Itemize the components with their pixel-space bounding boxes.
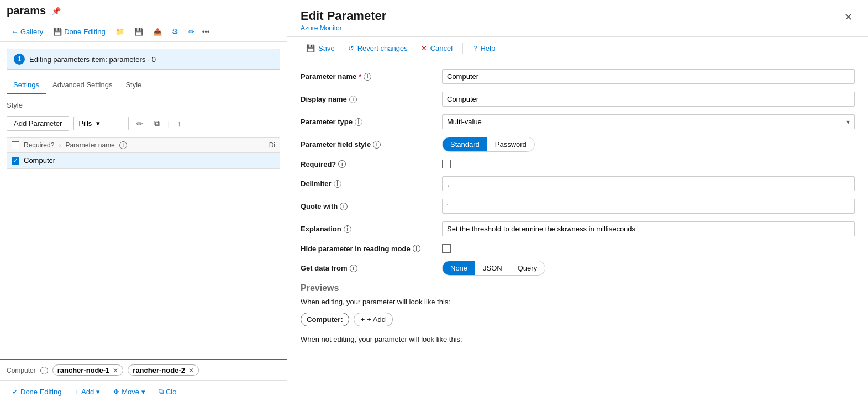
row-param-name: Computer [24,156,55,165]
panel-header: Edit Parameter Azure Monitor ✕ [287,0,868,37]
toolbar-separator [462,43,463,54]
style-select-dropdown[interactable]: Pills ▾ [73,117,129,130]
add-param-style-row: Add Parameter Pills ▾ ✏ ⧉ | ↑ [7,116,280,131]
preview-computer-label: Computer: [301,313,349,326]
required-info-icon[interactable]: i [338,160,346,168]
add-parameter-button[interactable]: Add Parameter [7,116,69,131]
param-type-row: Parameter type i Multi-value ▾ [301,114,855,129]
get-data-row: Get data from i None JSON Query [301,261,855,276]
table-row[interactable]: ✓ Computer [7,153,280,168]
pill-2-text: rancher-node-2 [133,366,185,374]
not-editing-preview-label: When not editing, your parameter will lo… [301,335,855,343]
hide-param-checkbox[interactable] [442,244,451,253]
json-toggle-button[interactable]: JSON [475,261,510,275]
get-data-label: Get data from i [301,264,433,272]
display-name-info-icon[interactable]: i [349,96,357,103]
tab-advanced-settings[interactable]: Advanced Settings [46,76,119,94]
save-toolbar-icon: 💾 [306,44,315,52]
editing-banner: 1 Editing parameters item: parameters - … [7,49,280,70]
pill-1-close-button[interactable]: ✕ [113,367,118,374]
field-style-label: Parameter field style i [301,140,433,149]
preview-add-button[interactable]: + + Add [354,313,393,326]
computer-info-icon[interactable]: i [40,367,48,374]
help-icon: ? [473,44,477,52]
export-button[interactable]: 📤 [149,25,166,38]
hide-param-info-icon[interactable]: i [413,245,420,252]
copy-icon-btn[interactable]: ⧉ [151,117,163,130]
bottom-bar: Computer i rancher-node-1 ✕ rancher-node… [0,359,287,402]
computer-pill-label: Computer [7,367,36,374]
right-panel: Edit Parameter Azure Monitor ✕ 💾 Save ↺ … [287,0,868,402]
cancel-button[interactable]: ✕ Cancel [415,41,458,55]
param-type-dropdown[interactable]: Multi-value ▾ [442,114,855,129]
param-type-chevron-icon: ▾ [846,118,850,126]
delimiter-info-icon[interactable]: i [334,180,341,188]
panel-title: Edit Parameter [301,9,386,23]
hide-param-label: Hide parameter in reading mode i [301,245,433,253]
get-data-info-icon[interactable]: i [350,265,357,272]
save-icon: 💾 [53,28,62,36]
check-icon: ✓ [12,388,18,396]
panel-subtitle: Azure Monitor [301,24,386,32]
done-editing-button-top[interactable]: 💾 Done Editing [49,25,109,38]
pill-rancher-node-2: rancher-node-2 ✕ [128,364,199,376]
quote-with-row: Quote with i [301,199,855,214]
delimiter-row: Delimiter i [301,176,855,191]
add-chevron-icon: ▾ [96,388,100,396]
row-checkbox[interactable]: ✓ [12,157,19,165]
standard-toggle-button[interactable]: Standard [443,137,487,151]
save-button-toolbar[interactable]: 💾 [130,25,148,38]
param-name-form-info-icon[interactable]: i [364,73,371,81]
header-checkbox[interactable] [12,141,19,149]
editing-text: Editing parameters item: parameters - 0 [29,55,156,64]
pill-2-close-button[interactable]: ✕ [188,367,194,374]
up-icon-btn[interactable]: ↑ [174,117,185,130]
done-editing-bottom-button[interactable]: ✓ Done Editing [7,385,67,399]
pin-icon[interactable]: 📌 [51,7,61,15]
di-col-header: Di [269,141,275,149]
add-bottom-button[interactable]: + Add ▾ [69,385,106,399]
clone-bottom-button[interactable]: ⧉ Clo [153,384,182,399]
display-name-label: Display name i [301,95,433,103]
required-label: Required? i [301,160,433,168]
param-name-info-icon[interactable]: i [119,141,127,149]
sep: › [59,141,61,149]
tab-style[interactable]: Style [119,76,148,94]
quote-with-info-icon[interactable]: i [340,203,348,210]
delimiter-input[interactable] [442,176,855,191]
move-bottom-button[interactable]: ✥ Move ▾ [108,385,151,399]
explanation-input[interactable] [442,221,855,236]
open-folder-button[interactable]: 📁 [111,25,129,38]
required-checkbox[interactable] [442,160,451,168]
more-icon[interactable]: ••• [200,25,212,38]
editing-preview-label: When editing, your parameter will look l… [301,298,855,306]
param-name-label: Parameter name * i [301,72,433,81]
param-type-info-icon[interactable]: i [355,118,362,126]
gallery-button[interactable]: ← Gallery [7,25,48,38]
password-toggle-button[interactable]: Password [487,137,534,151]
quote-with-input[interactable] [442,199,855,214]
field-style-info-icon[interactable]: i [373,141,381,149]
save-button[interactable]: 💾 Save [301,41,340,55]
explanation-label: Explanation i [301,225,433,233]
cancel-icon: ✕ [421,44,427,52]
required-col-header: Required? [24,141,54,149]
none-toggle-button[interactable]: None [443,261,475,275]
edit-button[interactable]: ✏ [184,25,199,38]
tab-settings[interactable]: Settings [7,76,46,94]
help-button[interactable]: ? Help [467,41,501,55]
settings-tabs: Settings Advanced Settings Style [0,76,287,94]
explanation-info-icon[interactable]: i [344,225,351,233]
display-name-input[interactable] [442,92,855,107]
close-panel-button[interactable]: ✕ [842,9,855,25]
edit-icon-btn[interactable]: ✏ [133,117,146,130]
hide-param-row: Hide parameter in reading mode i [301,244,855,253]
plus-icon: + [75,388,79,396]
settings-button[interactable]: ⚙ [167,25,183,38]
display-name-row: Display name i [301,92,855,107]
param-name-input[interactable] [442,69,855,84]
query-toggle-button[interactable]: Query [510,261,545,275]
revert-button[interactable]: ↺ Revert changes [343,41,413,55]
arrow-left-icon: ← [11,28,18,36]
quote-with-label: Quote with i [301,202,433,210]
